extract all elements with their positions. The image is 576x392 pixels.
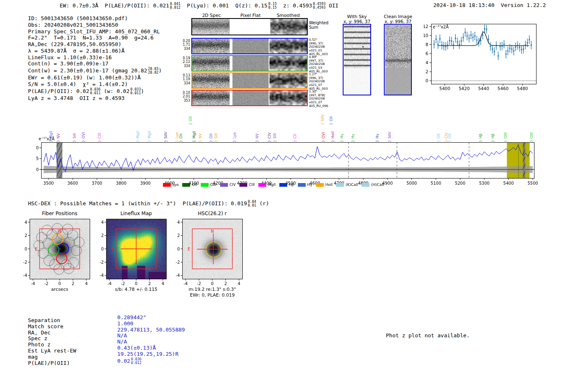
legend-item-Hγ: Hγ [298,183,312,187]
weighted-smoothed-image [270,19,307,35]
legend-swatch-(H)CaII [362,183,369,187]
legend-swatch-Hβ [279,183,287,187]
match-table-value-4: N/A [117,339,185,345]
stacked-uncertainty: 0.0360.012 [131,357,142,365]
match-table-values: 0.289442"1.000229.478113, 50.055889N/AN/… [117,315,185,365]
stacked-uncertainty: 0.0360.011 [90,88,101,95]
cutout-row-annotation-3: 1.30"(997, 878)20240208v021_07405_RU_096 [309,90,348,108]
match-table-label-1: Match score [28,324,76,330]
match-table-label-6: mag [28,354,76,360]
phot-z-note: Phot z plot not available. [386,332,470,339]
hsc-cutout-plot [169,214,253,287]
legend-item-Hβ: Hβ [279,183,294,187]
legend-swatch-HeII [316,183,324,187]
match-table-label-3: Spec z [28,336,76,342]
weighted-sum-label-line: Sum [309,25,328,30]
cutout-row-left-labels-0: 0.201.71334 [181,39,190,51]
clean-image-coords: x, y: 996, 37 [379,19,418,24]
legend-label-HeII: HeII [325,183,333,187]
cutout-pixelflat-image-2 [232,73,269,88]
cutout-smoothed-image-3 [269,90,307,105]
legend-swatch-(K)CaII [336,183,344,187]
cutout-smoothed-image-1 [269,56,307,71]
elixer-detection-report: EW: 0.7±0.3Å P(LAE)/P(OII): 0.0210.0410.… [0,0,576,392]
info-line-2: Primary Spec_Slot_IFU_AMP: 405_072_060_R… [28,28,162,35]
legend-item-OII: OII [182,183,197,187]
legend-item-HeII: HeII [316,183,333,187]
cutout-2dspec-image-1 [192,56,230,71]
legend-label-Hγ: Hγ [307,183,312,187]
stacked-uncertainty: 0.0330.011 [130,88,141,95]
stacked-uncertainty: 0.150.15 [268,2,276,9]
cutout-smoothed-image-0 [269,39,307,53]
legend-label-Hβ: Hβ [289,183,294,187]
spectrum-legend: LyαOIIOIIICIVCIIIMgIIHβHγHeII(K)CaII(H)C… [163,183,418,187]
legend-swatch-OII [182,183,190,187]
match-table-value-0: 0.289442" [117,315,185,321]
col-header-2dspec: 2D Spec [193,13,230,18]
cutout-2dspec-image-2 [192,73,230,88]
legend-label-OII: OII [192,183,197,187]
legend-item-(H)CaII: (H)CaII [362,183,384,187]
match-table-label-4: Photo z [28,342,76,348]
detection-info-block: ID: 5001343650 (5001343650.pdf)Obs: 2024… [28,15,162,102]
legend-swatch-MgII [258,183,266,187]
info-line-9: EWr = 0.61(±0.19) (w: 1.00(±0.32))Å [28,74,162,81]
col-header-pixelflat: Pixel Flat [232,13,269,18]
match-table-label-7: P(LAE)/P(OII) [28,360,76,366]
legend-swatch-Hγ [298,183,306,187]
match-table-labels: SeparationMatch scoreRA, DecSpec zPhoto … [28,318,76,366]
cutout-pixelflat-image-1 [232,56,269,71]
legend-item-CIII: CIII [239,183,255,187]
hsc-dex-match-header: HSC-DEX : Possible Matches = 1 (within +… [28,200,269,207]
legend-swatch-OIII [201,183,209,187]
info-line-5: λ = 5439.87Å σ = 2.88(±1.06)Å [28,48,162,54]
cutout-smoothed-image-2 [269,73,307,88]
legend-item-CIV: CIV [220,183,236,187]
clean-image-image [385,25,411,95]
spectrum-unit-label: e⁻¹⁷x2Å [39,137,55,141]
cutout-pixelflat-image-0 [232,39,269,53]
legend-swatch-CIV [220,183,228,187]
cutout-row-left-labels-3: 0.102.01353 [181,91,190,102]
with-sky-image [344,25,370,95]
report-datetime: 2024-10-18 18:13:40 Version 1.22.2 [433,2,546,8]
legend-item-(K)CaII: (K)CaII [336,183,358,187]
cutout-2dspec-image-0 [192,39,230,53]
cutout-row-left-labels-1: 0.192.12334 [181,56,190,68]
stacked-uncertainty: 0.0410.012 [170,2,181,9]
cutout-row-left-labels-2: 0.131.19334 [181,74,190,85]
cutout-2dspec-image-3 [192,90,230,105]
stacked-uncertainty: 0.040.01 [248,200,256,207]
legend-label-(H)CaII: (H)CaII [371,183,384,187]
legend-label-Lyα: Lyα [172,183,179,187]
info-line-0: ID: 5001343650 (5001343650.pdf) [28,15,162,22]
full-spectrum-plot [36,111,542,191]
lineflux-map-xlabel: s/b: 4.78 +/- 0.115 [101,287,171,292]
stacked-uncertainty: 20.8320.82 [148,67,159,74]
weighted-sum-label: WeightedSum [309,21,328,30]
hsc-cutout-xlabel2: EWr: 0, PLAE: 0.019 [173,292,251,298]
info-line-6: LineFlux = 1.10(±0.33)e-16 [28,54,162,61]
legend-swatch-Lyα [163,183,171,187]
weighted-sum-label-line: Weighted [309,21,328,25]
match-table-value-5: 0.43(±0.13)Å [117,345,185,351]
match-table-value-2: 229.478113, 50.055889 [117,327,185,333]
info-line-3: F=2.2" T=0.171 N=1.33 A=0.90 g=24.6 [28,35,162,41]
line-fit-zoom-plot [424,19,551,93]
legend-label-(K)CaII: (K)CaII [346,183,358,187]
info-line-12: LyA z = 3.4748 OII z = 0.4593 [28,95,162,102]
col-header-smoothed: Smoothed [269,13,307,18]
cutout-row-annotation-1: 0.89"(997, 37)20240208v021_03405_RL_003 [309,56,348,74]
match-table-value-3: N/A [117,333,185,339]
info-line-1: Obs: 20240208v021_5001343650 [28,22,162,28]
cutout-row-annotation-0: 0.52"(996, 37)20240208v021_01405_RL_003 [309,38,348,56]
legend-swatch-CIII [239,183,247,187]
fiber-positions-plot [16,214,101,287]
match-table-label-0: Separation [28,318,76,324]
info-line-7: Cont(n) = 3.90(±0.09)e-17 [28,60,162,67]
match-table-value-7: 0.020.0360.012 [117,357,185,365]
legend-label-CIV: CIV [230,183,236,187]
legend-label-CIII: CIII [249,183,255,187]
legend-item-OIII: OIII [201,183,216,187]
